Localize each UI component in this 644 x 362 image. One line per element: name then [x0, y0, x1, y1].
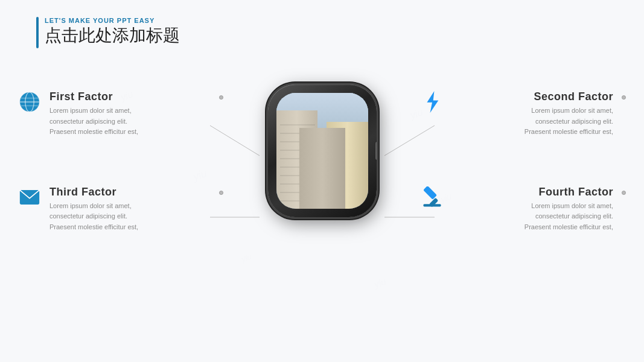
second-factor-dot [622, 95, 626, 100]
second-factor-item: Second Factor Lorem ipsum dolor sit amet… [421, 91, 626, 138]
third-factor-dot [219, 191, 223, 195]
second-factor-desc: Lorem ipsum dolor sit amet, consectetur … [452, 106, 613, 138]
fourth-factor-desc: Lorem ipsum dolor sit amet, consectetur … [452, 201, 613, 233]
third-factor-item: Third Factor Lorem ipsum dolor sit amet,… [18, 186, 223, 233]
first-factor-title: First Factor [49, 91, 211, 103]
svg-rect-14 [423, 204, 441, 206]
header-title: 点击此处添加标题 [45, 25, 180, 46]
first-factor-dot [219, 95, 223, 100]
fourth-factor-content: Fourth Factor Lorem ipsum dolor sit amet… [452, 186, 613, 233]
svg-rect-12 [423, 186, 437, 200]
watch-container [262, 84, 383, 229]
svg-marker-11 [427, 91, 438, 113]
fourth-factor-dot [622, 191, 626, 195]
globe-icon [18, 91, 41, 113]
first-factor-content: First Factor Lorem ipsum dolor sit amet,… [49, 91, 211, 138]
third-factor-desc: Lorem ipsum dolor sit amet, consectetur … [49, 201, 211, 233]
first-factor-item: First Factor Lorem ipsum dolor sit amet,… [18, 91, 223, 138]
second-factor-content: Second Factor Lorem ipsum dolor sit amet… [452, 91, 613, 138]
first-factor-desc: Lorem ipsum dolor sit amet, consectetur … [49, 106, 211, 138]
header-subtitle: LET'S MAKE YOUR PPT EASY [45, 17, 180, 24]
left-panel: First Factor Lorem ipsum dolor sit amet,… [18, 91, 223, 233]
fourth-factor-item: Fourth Factor Lorem ipsum dolor sit amet… [421, 186, 626, 233]
building-center [299, 128, 345, 209]
main-content: First Factor Lorem ipsum dolor sit amet,… [0, 78, 644, 362]
header: LET'S MAKE YOUR PPT EASY 点击此处添加标题 [36, 17, 180, 48]
mail-icon [18, 186, 41, 209]
third-factor-title: Third Factor [49, 186, 211, 198]
watch-body [268, 84, 377, 217]
gavel-icon [421, 186, 444, 209]
lightning-icon [421, 91, 444, 113]
right-panel: Second Factor Lorem ipsum dolor sit amet… [421, 91, 626, 233]
watch-crown [375, 142, 377, 160]
watch-scene [276, 93, 368, 209]
header-accent-bar [36, 17, 39, 48]
third-factor-content: Third Factor Lorem ipsum dolor sit amet,… [49, 186, 211, 233]
header-text: LET'S MAKE YOUR PPT EASY 点击此处添加标题 [45, 17, 180, 46]
watch-screen [276, 93, 368, 209]
fourth-factor-title: Fourth Factor [452, 186, 613, 198]
second-factor-title: Second Factor [452, 91, 613, 103]
